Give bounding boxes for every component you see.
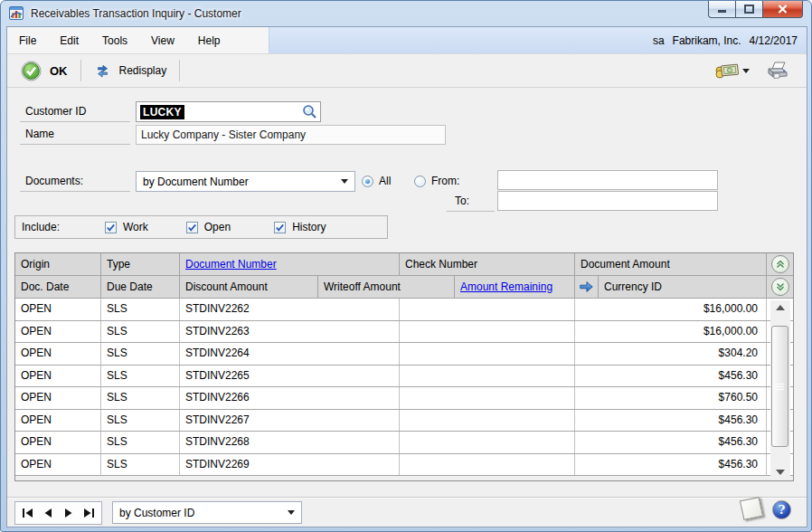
cell-check-number [400, 299, 575, 320]
radio-all-icon [362, 176, 373, 187]
scrollbar-thumb[interactable] [771, 326, 788, 447]
cell-document-number: STDINV2269 [180, 454, 400, 476]
header-document-amount: Document Amount [575, 253, 767, 276]
nav-previous-button[interactable] [39, 504, 57, 522]
cell-check-number [400, 410, 575, 432]
maximize-button[interactable] [735, 1, 762, 18]
print-button[interactable] [760, 59, 796, 82]
table-row[interactable]: OPEN SLS STDINV2265 $456.30 [15, 366, 793, 388]
documents-view-dropdown[interactable]: by Document Number [136, 171, 355, 192]
cell-check-number [400, 366, 575, 387]
table-row[interactable]: OPEN SLS STDINV2264 $304.20 [15, 343, 793, 366]
header-writeoff-amount: Writeoff Amount [318, 276, 455, 299]
menu-view[interactable]: View [139, 27, 186, 54]
table-row[interactable]: OPEN SLS STDINV2268 $456.30 [15, 432, 793, 454]
radio-from-icon [414, 176, 426, 187]
cell-document-number: STDINV2265 [180, 366, 400, 387]
title-bar[interactable]: Receivables Transaction Inquiry - Custom… [1, 1, 811, 26]
nav-first-button[interactable] [19, 504, 37, 522]
expand-rows-button[interactable] [767, 253, 793, 276]
checkbox-history[interactable]: History [274, 221, 326, 233]
customer-id-field[interactable]: LUCKY [136, 101, 321, 122]
cell-document-amount: $456.30 [575, 410, 767, 432]
client-area: File Edit Tools View Help sa Fabrikam, I… [6, 26, 807, 527]
name-label: Name [20, 125, 130, 145]
checkbox-open-icon [186, 222, 198, 233]
customer-lookup-button[interactable] [298, 102, 320, 121]
previous-record-icon [42, 508, 53, 518]
cell-check-number [400, 321, 575, 343]
radio-all[interactable]: All [362, 172, 391, 190]
session-user: sa [653, 34, 665, 47]
table-row[interactable]: OPEN SLS STDINV2262 $16,000.00 [15, 299, 793, 321]
scroll-up-button[interactable] [770, 300, 790, 315]
redisplay-button[interactable]: Redisplay [88, 61, 174, 81]
last-record-icon [81, 508, 95, 518]
scroll-down-button[interactable] [770, 465, 790, 480]
documents-view-value: by Document Number [143, 176, 249, 188]
header-document-number-link[interactable]: Document Number [180, 253, 400, 276]
checkbox-history-label: History [292, 221, 326, 233]
header-type: Type [101, 253, 180, 276]
goto-button[interactable] [575, 276, 599, 298]
notebook-icon[interactable] [740, 497, 763, 520]
table-row[interactable]: OPEN SLS STDINV2269 $456.30 [15, 454, 793, 477]
cell-document-amount: $16,000.00 [575, 321, 767, 343]
radio-all-label: All [379, 175, 391, 187]
nav-next-button[interactable] [60, 504, 78, 522]
table-row[interactable]: OPEN SLS STDINV2267 $456.30 [15, 410, 793, 432]
header-check-number: Check Number [400, 253, 575, 276]
header-due-date: Due Date [101, 276, 180, 299]
session-date[interactable]: 4/12/2017 [750, 34, 798, 47]
session-bar: sa Fabrikam, Inc. 4/12/2017 [269, 27, 807, 53]
minimize-icon [718, 5, 727, 14]
to-field[interactable] [497, 191, 718, 211]
menu-help[interactable]: Help [186, 27, 232, 54]
cell-type: SLS [101, 343, 180, 365]
cell-check-number [400, 387, 575, 409]
blue-right-arrow-icon [579, 280, 594, 293]
table-row[interactable]: OPEN SLS STDINV2263 $16,000.00 [15, 321, 793, 344]
footer-separator [7, 497, 807, 499]
minimize-button[interactable] [708, 1, 735, 18]
ok-check-icon [21, 61, 42, 81]
cell-origin: OPEN [15, 387, 101, 409]
sort-by-dropdown[interactable]: by Customer ID [112, 501, 302, 524]
cell-check-number [400, 343, 575, 365]
cell-origin: OPEN [15, 454, 101, 476]
checkbox-open[interactable]: Open [186, 221, 231, 233]
header-amount-remaining-link[interactable]: Amount Remaining [455, 276, 575, 299]
record-navigation [14, 501, 102, 525]
nav-last-button[interactable] [80, 504, 98, 522]
from-field[interactable] [497, 170, 718, 190]
menu-edit[interactable]: Edit [48, 27, 90, 54]
header-discount-amount: Discount Amount [180, 276, 318, 299]
chevron-down-icon [341, 179, 348, 184]
table-row[interactable]: OPEN SLS STDINV2266 $760.50 [15, 387, 793, 410]
vertical-scrollbar[interactable] [770, 300, 790, 480]
help-button[interactable]: ? [772, 500, 791, 519]
menu-file[interactable]: File [7, 27, 48, 54]
cell-document-number: STDINV2264 [180, 343, 400, 365]
documents-label: Documents: [20, 172, 130, 192]
cell-document-amount: $456.30 [575, 366, 767, 387]
grid-header-row-2: Doc. Date Due Date Discount Amount Write… [15, 276, 793, 299]
checkbox-work[interactable]: Work [105, 221, 148, 233]
cell-document-number: STDINV2263 [180, 321, 400, 343]
checkbox-work-icon [105, 222, 117, 233]
ok-label: OK [50, 64, 68, 78]
session-company[interactable]: Fabrikam, Inc. [673, 34, 741, 47]
radio-from[interactable]: From: [414, 172, 459, 190]
close-button[interactable] [762, 1, 803, 18]
collapse-rows-button[interactable] [767, 276, 793, 299]
chevron-down-icon [288, 510, 295, 515]
cell-origin: OPEN [15, 366, 101, 387]
name-field: Lucky Company - Sister Company [136, 125, 446, 145]
currency-view-button[interactable] [709, 60, 756, 81]
ok-button[interactable]: OK [14, 58, 74, 84]
header-doc-date: Doc. Date [15, 276, 101, 299]
menu-tools[interactable]: Tools [90, 27, 139, 54]
cell-document-number: STDINV2262 [180, 299, 400, 320]
scrollbar-grip-icon [776, 382, 784, 392]
currency-dropdown-arrow-icon [742, 69, 750, 73]
